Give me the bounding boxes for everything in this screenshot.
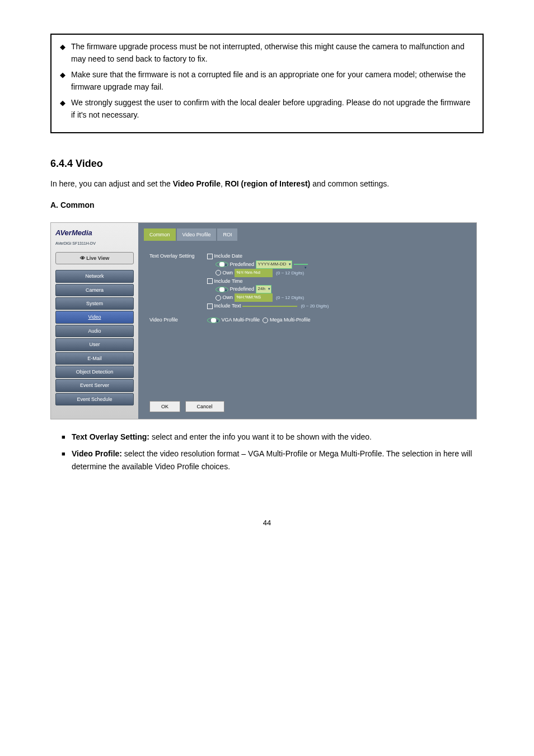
page-number: 44 [34,517,500,529]
product-model: AVerDiGi SF1311H-DV [55,240,134,246]
select-date-format[interactable]: YYYY-MM-DD [256,260,293,269]
tab-video-profile[interactable]: Video Profile [177,228,217,241]
checkbox-include-date[interactable] [207,254,213,259]
checkbox-label: Include Text [214,303,241,309]
hint-digits: (0 ~ 12 Digits) [276,295,304,300]
warning-box: ◆ The firmware upgrade process must be n… [50,34,484,133]
tab-roi[interactable]: ROI [217,228,237,241]
sidebar-item-event-server[interactable]: Event Server [55,379,134,391]
label-text-overlay: Text Overlay Setting [149,252,205,260]
radio-mega-profile[interactable] [263,318,268,323]
bullet-list: ■ Text Overlay Setting: select and enter… [62,431,484,473]
hint-digits: (0 ~ 12 Digits) [276,270,304,276]
radio-vga-profile[interactable] [207,318,220,323]
sidebar-item-network[interactable]: Network [55,270,134,282]
cancel-button[interactable]: Cancel [185,401,224,412]
input-include-text[interactable] [242,306,297,307]
checkbox-label: Include Date [214,253,243,259]
section-heading: 6.4.4 Video [50,156,500,172]
select-time-format[interactable]: 24h [256,285,271,293]
sidebar-item-video[interactable]: Video [55,311,134,323]
main-panel: Common Video Profile ROI Text Overlay Se… [138,223,476,419]
sidebar-item-camera[interactable]: Camera [55,284,134,296]
sidebar-item-email[interactable]: E-Mail [55,352,134,365]
select-dropdown-icon[interactable] [294,264,308,265]
bullet-text: Video Profile: select the video resoluti… [72,447,484,473]
input-own-time[interactable]: %H:%M:%S [235,293,273,302]
sidebar-item-event-schedule[interactable]: Event Schedule [55,393,134,405]
radio-own-time[interactable] [216,295,221,301]
sidebar: AVerMedia AVerDiGi SF1311H-DV 👁 Live Vie… [51,223,138,419]
intro-paragraph: In here, you can adjust and set the Vide… [50,178,484,190]
bullet-square: ■ [62,449,72,473]
sidebar-item-audio[interactable]: Audio [55,325,134,337]
bullet-diamond: ◆ [60,41,71,53]
sidebar-item-object-detection[interactable]: Object Detection [55,366,134,378]
bullet-text: Text Overlay Setting: select and enter t… [72,431,484,443]
live-view-button[interactable]: 👁 Live View [55,252,134,264]
label-video-profile: Video Profile [149,316,205,324]
radio-predefined-date[interactable] [216,262,228,267]
tab-common[interactable]: Common [144,228,176,241]
bullet-diamond: ◆ [60,69,71,81]
checkbox-label: Include Time [214,278,243,284]
radio-own-date[interactable] [216,270,221,276]
screenshot-figure: AVerMedia AVerDiGi SF1311H-DV 👁 Live Vie… [50,222,477,419]
radio-predefined-time[interactable] [216,287,228,292]
hint-digits: (0 ~ 20 Digits) [301,304,329,309]
brand-logo: AVerMedia [55,227,134,239]
bullet-diamond: ◆ [60,97,71,109]
sidebar-item-user[interactable]: User [55,338,134,351]
notice-text: We strongly suggest the user to confirm … [71,96,474,122]
notice-text: The firmware upgrade process must be not… [71,40,474,66]
sidebar-item-system[interactable]: System [55,297,134,310]
checkbox-include-text[interactable] [207,304,213,309]
input-own-date[interactable]: %Y-%m-%d [235,269,273,277]
checkbox-include-time[interactable] [207,278,213,284]
notice-text: Make sure that the firmware is not a cor… [71,68,474,94]
subsection-heading: A. Common [50,199,500,211]
ok-button[interactable]: OK [149,401,180,412]
bullet-square: ■ [62,432,72,443]
